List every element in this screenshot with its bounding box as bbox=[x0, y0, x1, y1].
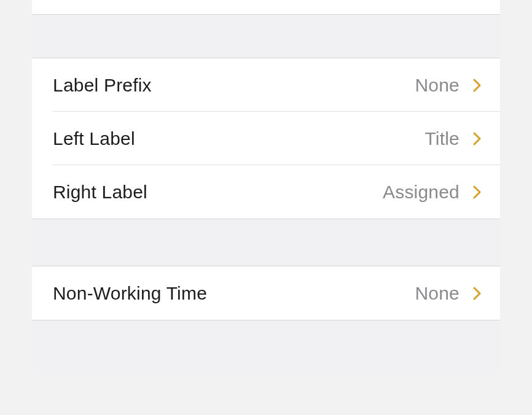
settings-panel: Label Prefix None Left Label Title Right… bbox=[32, 0, 500, 377]
chevron-right-icon bbox=[473, 131, 482, 146]
chevron-right-icon bbox=[473, 185, 482, 200]
section-gap bbox=[32, 219, 500, 266]
chevron-right-icon bbox=[473, 286, 482, 301]
row-right-label[interactable]: Right Label Assigned bbox=[32, 165, 500, 219]
row-label-text: Right Label bbox=[53, 182, 383, 203]
labels-section: Label Prefix None Left Label Title Right… bbox=[32, 58, 500, 219]
time-section: Non-Working Time None bbox=[32, 266, 500, 320]
chevron-right-icon bbox=[473, 78, 482, 93]
row-non-working-time[interactable]: Non-Working Time None bbox=[32, 266, 500, 320]
row-value-text: Assigned bbox=[383, 182, 460, 203]
section-remnant bbox=[32, 0, 500, 15]
row-label-prefix[interactable]: Label Prefix None bbox=[32, 58, 500, 112]
section-gap bbox=[32, 15, 500, 58]
row-left-label[interactable]: Left Label Title bbox=[32, 112, 500, 165]
row-value-text: Title bbox=[424, 128, 460, 149]
row-value-text: None bbox=[415, 283, 460, 304]
row-label-text: Left Label bbox=[53, 128, 424, 149]
row-value-text: None bbox=[415, 75, 460, 96]
row-label-text: Label Prefix bbox=[53, 75, 415, 96]
row-label-text: Non-Working Time bbox=[53, 283, 415, 304]
